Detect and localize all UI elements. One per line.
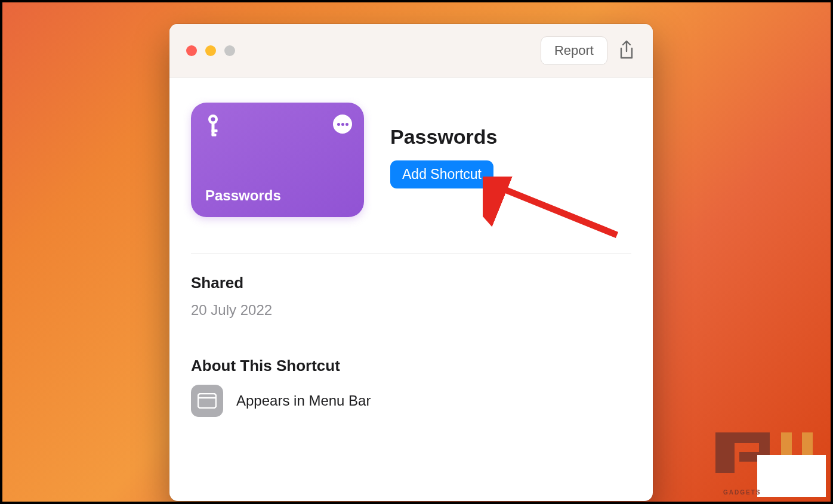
about-feature-row: Appears in Menu Bar (191, 385, 631, 417)
svg-rect-4 (212, 134, 217, 137)
shared-section: Shared 20 July 2022 (191, 253, 631, 336)
share-icon (618, 41, 635, 60)
svg-rect-3 (212, 129, 218, 132)
shortcut-hero: Passwords Passwords Add Shortcut (191, 103, 631, 253)
card-more-button[interactable] (333, 115, 352, 134)
shortcut-card[interactable]: Passwords (191, 103, 364, 217)
titlebar-toolbar: Report (541, 36, 636, 65)
window-content: Passwords Passwords Add Shortcut Shared … (169, 78, 653, 460)
desktop-background: Report (2, 2, 831, 502)
share-button[interactable] (618, 41, 636, 61)
about-section: About This Shortcut Appears in Menu Bar (191, 336, 631, 435)
maximize-button[interactable] (224, 45, 235, 56)
shortcut-info: Passwords Add Shortcut (390, 103, 498, 188)
svg-point-1 (211, 118, 215, 122)
shared-date: 20 July 2022 (191, 302, 631, 319)
key-icon (204, 113, 222, 141)
svg-rect-5 (198, 394, 216, 408)
report-button[interactable]: Report (541, 36, 607, 65)
add-shortcut-button[interactable]: Add Shortcut (390, 160, 493, 188)
watermark-brand: GADGETS (723, 489, 761, 496)
svg-rect-2 (212, 122, 215, 135)
shared-heading: Shared (191, 274, 631, 292)
watermark: GADGETS (712, 425, 826, 497)
menubar-icon (191, 385, 223, 417)
window-titlebar: Report (169, 24, 653, 78)
about-feature-label: Appears in Menu Bar (236, 392, 371, 409)
about-heading: About This Shortcut (191, 357, 631, 375)
card-title: Passwords (205, 187, 281, 204)
close-button[interactable] (186, 45, 197, 56)
shortcut-detail-window: Report (169, 24, 653, 501)
ellipsis-icon (337, 123, 348, 126)
minimize-button[interactable] (205, 45, 216, 56)
traffic-lights (186, 45, 235, 56)
shortcut-title: Passwords (390, 125, 498, 149)
